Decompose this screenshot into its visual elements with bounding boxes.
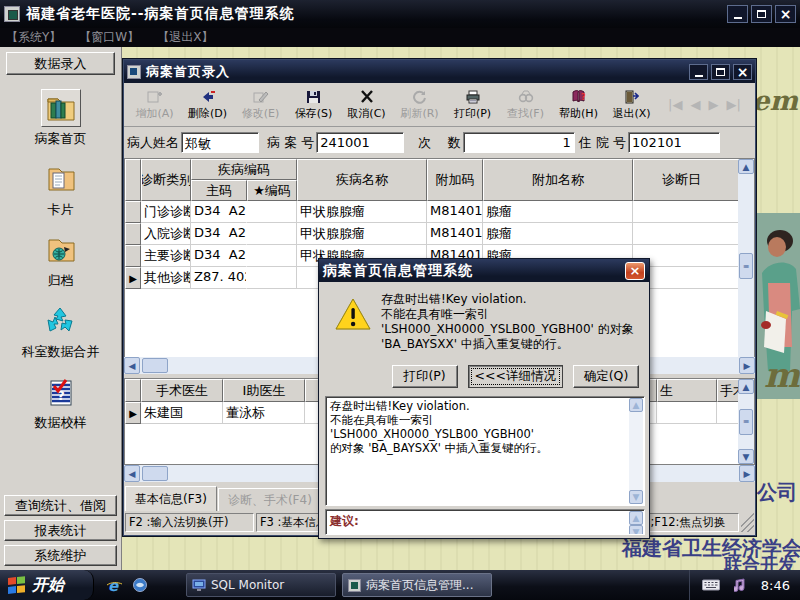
mdi-area: em m 公司 福建省卫生经济学会 联合开发 病案首页录入 xyxy=(122,47,800,570)
scroll-down-icon[interactable]: ▼ xyxy=(738,449,754,464)
details-scrollbar[interactable]: ▲ ▼ xyxy=(629,398,643,504)
scroll-left-icon[interactable]: ◀ xyxy=(124,465,140,482)
delete-icon xyxy=(199,89,217,105)
suggestion-scrollbar[interactable]: ▲ ▼ xyxy=(629,511,643,533)
exit-button[interactable]: 退出(X) xyxy=(605,85,658,125)
row-selector-arrow: ▶ xyxy=(125,267,141,289)
main-titlebar: 福建省老年医院--病案首页信息管理系统 × xyxy=(0,0,800,28)
start-label: 开始 xyxy=(32,575,64,596)
dialog-title: 病案首页信息管理系统 xyxy=(323,262,473,280)
child-maximize-button[interactable] xyxy=(711,64,730,80)
start-button[interactable]: 开始 xyxy=(0,570,94,600)
sidebar-item-case-frontpage[interactable]: 病案首页 xyxy=(0,89,121,148)
cancel-icon xyxy=(358,89,376,105)
scroll-left-icon[interactable]: ◀ xyxy=(124,357,140,374)
menu-system[interactable]: 【系统Y】 xyxy=(6,29,61,46)
sidebar-item-proofing[interactable]: ? 数据校样 xyxy=(0,373,121,432)
taskbar-item-record-system[interactable]: 病案首页信息管理... xyxy=(342,573,492,597)
find-button: 查找(F) xyxy=(499,85,552,125)
clock: 8:46 xyxy=(761,578,790,593)
sidebar-item-archive[interactable]: 归档 xyxy=(0,231,121,290)
background-text-m: m xyxy=(764,355,800,395)
scroll-down-icon[interactable]: ▼ xyxy=(629,490,643,504)
save-button[interactable]: 保存(S) xyxy=(287,85,340,125)
sidebar-item-label: 病案首页 xyxy=(35,130,87,148)
col-diagnosis-type[interactable]: 诊断类别 xyxy=(141,159,191,201)
col-star-code[interactable]: ★编码 xyxy=(247,180,297,201)
scroll-up-icon[interactable]: ▲ xyxy=(738,159,754,174)
diagnosis-row[interactable]: 门诊诊断 D34 A2723 甲状腺腺瘤 M81401/0 腺瘤 xyxy=(125,201,738,223)
col-main-code[interactable]: 主码 xyxy=(191,180,247,201)
keyboard-icon[interactable] xyxy=(702,579,720,591)
sidebar-item-card[interactable]: 卡片 xyxy=(0,160,121,219)
times-field[interactable]: 1 xyxy=(463,132,575,153)
close-button[interactable]: × xyxy=(775,5,796,23)
dialog-details-button[interactable]: <<<详细情况 xyxy=(468,365,563,388)
status-focus-hint: 息;F12:焦点切换 xyxy=(635,513,739,532)
messenger-icon[interactable] xyxy=(131,577,148,594)
print-button[interactable]: 打印(P) xyxy=(446,85,499,125)
scroll-down-icon[interactable]: ▼ xyxy=(629,525,643,535)
scroll-thumb[interactable]: ≡ xyxy=(739,409,753,435)
scroll-right-icon[interactable]: ▶ xyxy=(739,465,755,482)
case-no-label: 病 案 号 xyxy=(267,134,314,152)
col-diagnosis-date[interactable]: 诊断日 xyxy=(633,159,738,201)
col-disease-code-group[interactable]: 疾病编码 xyxy=(191,159,297,180)
delete-button[interactable]: 删除(D) xyxy=(181,85,234,125)
dialog-ok-button[interactable]: 确定(Q) xyxy=(573,365,639,388)
col-extra-name[interactable]: 附加名称 xyxy=(483,159,633,201)
scroll-thumb[interactable] xyxy=(142,466,168,481)
admission-no-field[interactable]: 102101 xyxy=(628,132,720,153)
tab-diagnosis-surgery[interactable]: 诊断、手术(F4) xyxy=(218,488,322,511)
child-close-button[interactable]: × xyxy=(733,64,752,80)
sidebar-button-query-stats[interactable]: 查询统计、借阅 xyxy=(4,495,117,516)
scroll-up-icon[interactable]: ▲ xyxy=(629,511,643,525)
scroll-thumb[interactable]: ≡ xyxy=(739,253,753,279)
row-selector-arrow: ▶ xyxy=(125,402,141,424)
dialog-close-icon[interactable]: × xyxy=(625,262,645,280)
sidebar-button-system-maintenance[interactable]: 系统维护 xyxy=(4,545,117,566)
scroll-up-icon[interactable]: ▲ xyxy=(738,379,754,394)
col-fragment[interactable]: 生 xyxy=(657,379,717,402)
background-text-em: em xyxy=(752,85,798,116)
folder-books-icon xyxy=(41,89,81,127)
child-minimize-button[interactable] xyxy=(689,64,708,80)
child-window-title: 病案首页录入 xyxy=(146,63,230,81)
scroll-right-icon[interactable]: ▶ xyxy=(739,357,755,374)
nav-prev-icon[interactable]: ◀ xyxy=(690,97,700,112)
col-disease-name[interactable]: 疾病名称 xyxy=(297,159,427,201)
minimize-button[interactable] xyxy=(727,5,748,23)
col-fragment-far[interactable]: 手术衣 xyxy=(717,379,738,402)
col-assistant1[interactable]: I助医生 xyxy=(223,379,305,402)
case-no-field[interactable]: 241001 xyxy=(316,132,404,153)
taskbar-item-sql-monitor[interactable]: SQL Monitor xyxy=(186,573,336,597)
scroll-up-icon[interactable]: ▲ xyxy=(629,398,643,412)
sidebar-item-merge[interactable]: 科室数据合并 xyxy=(0,302,121,361)
tray-audio-icon[interactable] xyxy=(734,578,747,592)
help-button[interactable]: ? 帮助(H) xyxy=(552,85,605,125)
nav-next-icon[interactable]: ▶ xyxy=(708,97,718,112)
diagnosis-grid-vscrollbar[interactable]: ▲ ≡ ▼ xyxy=(738,159,754,373)
ie-icon[interactable]: e xyxy=(106,577,123,594)
maximize-button[interactable] xyxy=(751,5,772,23)
nav-first-icon[interactable]: |◀ xyxy=(668,97,682,112)
scroll-thumb[interactable] xyxy=(142,358,168,373)
save-icon xyxy=(305,89,323,105)
app-icon xyxy=(4,6,20,22)
nav-last-icon[interactable]: ▶| xyxy=(726,97,740,112)
sidebar-button-report-stats[interactable]: 报表统计 xyxy=(4,520,117,541)
col-extra-code[interactable]: 附加码 xyxy=(427,159,483,201)
diagnosis-row[interactable]: 入院诊断 D34 A2723 甲状腺腺瘤 M81401/0 腺瘤 xyxy=(125,223,738,245)
sidebar-header-data-entry[interactable]: 数据录入 xyxy=(6,52,115,75)
tab-basic-info[interactable]: 基本信息(F3) xyxy=(125,486,217,511)
sidebar-item-label: 科室数据合并 xyxy=(22,343,100,361)
surgery-grid-vscrollbar[interactable]: ▲ ≡ ▼ xyxy=(738,379,754,464)
col-surgeon[interactable]: 手术医生 xyxy=(141,379,223,402)
cancel-button[interactable]: 取消(C) xyxy=(340,85,393,125)
menu-window[interactable]: 【窗口W】 xyxy=(79,29,139,46)
resize-grip[interactable] xyxy=(741,513,754,532)
dialog-print-button[interactable]: 打印(P) xyxy=(392,365,458,388)
menubar: 【系统Y】 【窗口W】 【退出X】 xyxy=(0,28,800,47)
menu-exit[interactable]: 【退出X】 xyxy=(157,29,213,46)
patient-name-field[interactable]: 郑敏 xyxy=(181,132,259,153)
